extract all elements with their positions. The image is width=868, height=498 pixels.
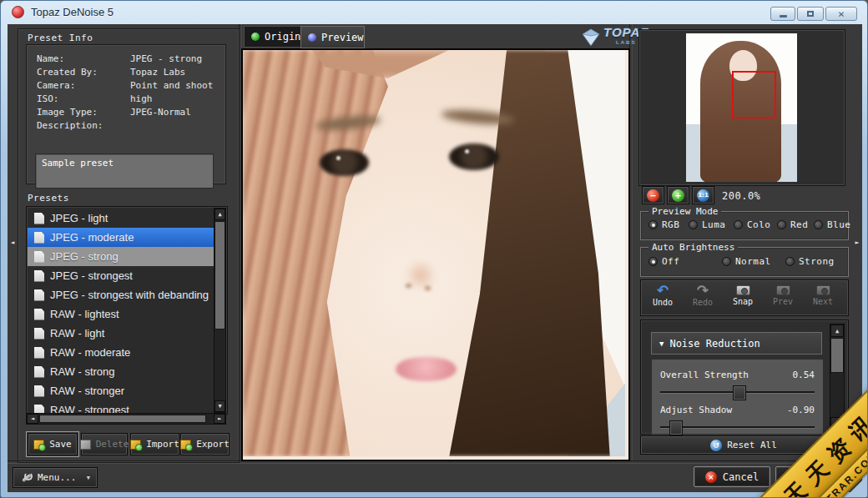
menu-button[interactable]: Menu... ▼ xyxy=(13,467,98,488)
scroll-up-button[interactable]: ▲ xyxy=(830,324,844,337)
minimize-button[interactable] xyxy=(770,7,795,21)
noise-reduction-header[interactable]: ▼ Noise Reduction xyxy=(651,332,822,355)
file-icon xyxy=(34,270,44,282)
slider-value-adjust-shadow: -0.90 xyxy=(787,405,815,415)
collapse-right-icon: ► xyxy=(855,239,860,246)
scroll-down-icon: ▼ xyxy=(218,403,221,410)
radio-dot xyxy=(814,220,823,229)
undo-button[interactable]: ↶ Undo xyxy=(643,283,683,307)
original-dot-icon xyxy=(251,33,260,41)
next-button[interactable]: Next xyxy=(803,283,843,306)
collapse-right-panel-arrow[interactable]: ► xyxy=(852,234,862,249)
save-button[interactable]: Save xyxy=(28,433,78,455)
nostril xyxy=(406,284,411,288)
export-button[interactable]: Export xyxy=(180,433,230,455)
preset-item-raw-lightest[interactable]: RAW - lightest xyxy=(28,304,214,324)
zoom-in-icon: + xyxy=(672,189,684,202)
radio-normal[interactable]: Normal xyxy=(722,256,771,267)
radio-dot xyxy=(648,220,658,229)
file-icon xyxy=(34,251,44,263)
radio-dot xyxy=(722,257,731,266)
delete-icon xyxy=(80,440,91,450)
import-button[interactable]: Import xyxy=(130,433,179,455)
scroll-down-button[interactable]: ▼ xyxy=(214,400,225,412)
file-icon xyxy=(34,347,44,359)
app-window: Topaz DeNoise 5 × Preset Info Name:JPEG … xyxy=(0,0,868,498)
radio-dot xyxy=(777,220,786,229)
minimize-icon xyxy=(780,15,787,18)
radio-red[interactable]: Red xyxy=(777,219,808,230)
preset-item-jpeg-strongest[interactable]: JPEG - strongest xyxy=(28,266,214,285)
redo-button[interactable]: ↷ Redo xyxy=(683,283,723,307)
delete-button[interactable]: Delete xyxy=(81,433,128,455)
auto-brightness-title: Auto Brightness xyxy=(648,242,738,253)
adjust-shadow-slider[interactable] xyxy=(660,426,815,429)
preset-item-raw-light[interactable]: RAW - light xyxy=(28,324,214,343)
vscroll-thumb[interactable] xyxy=(214,221,225,329)
tab-original[interactable]: Original xyxy=(244,26,301,48)
title-bar[interactable]: Topaz DeNoise 5 × xyxy=(1,1,867,24)
zoom-actual-button[interactable]: 1:1 xyxy=(692,186,714,204)
file-icon xyxy=(34,366,44,378)
radio-luma[interactable]: Luma xyxy=(689,219,726,230)
preset-item-jpeg-moderate[interactable]: JPEG - moderate xyxy=(28,228,214,247)
scroll-right-icon: ► xyxy=(218,415,221,422)
snap-button[interactable]: Snap xyxy=(723,283,763,306)
preset-list-hscrollbar[interactable]: ◄ ► xyxy=(26,413,226,425)
file-icon xyxy=(34,309,44,320)
scroll-left-button[interactable]: ◄ xyxy=(27,414,38,424)
presets-title: Presets xyxy=(28,193,69,204)
preset-item-jpeg-strongest-debanding[interactable]: JPEG - strongest with debanding xyxy=(28,285,214,304)
field-iso: ISO:high xyxy=(37,93,59,107)
preset-item-raw-moderate[interactable]: RAW - moderate xyxy=(28,343,214,362)
zoom-in-button[interactable]: + xyxy=(667,186,689,204)
menu-arrow-icon: ▼ xyxy=(87,475,90,481)
vscroll-thumb[interactable] xyxy=(830,338,844,373)
scroll-left-icon: ◄ xyxy=(31,415,34,422)
preset-list-vscrollbar[interactable]: ▲ ▼ xyxy=(214,208,226,413)
radio-color[interactable]: Colo xyxy=(734,219,771,230)
app-icon xyxy=(12,6,24,18)
file-icon xyxy=(34,232,44,244)
navigator-view-rect[interactable] xyxy=(732,71,776,118)
close-icon: × xyxy=(838,8,845,20)
scroll-up-icon: ▲ xyxy=(218,211,221,218)
prev-button[interactable]: Prev xyxy=(763,283,803,306)
file-icon xyxy=(34,328,44,340)
adjustments-scrollbar[interactable]: ▲ ▼ xyxy=(830,324,845,430)
field-image-type: Image Type:JPEG-Normal xyxy=(37,107,98,120)
close-button[interactable]: × xyxy=(825,7,857,21)
radio-rgb[interactable]: RGB xyxy=(648,219,679,230)
radio-strong[interactable]: Strong xyxy=(785,256,835,267)
overall-strength-slider[interactable] xyxy=(660,391,815,394)
radio-blue[interactable]: Blue xyxy=(814,219,851,230)
scroll-right-button[interactable]: ► xyxy=(214,414,225,424)
preset-item-jpeg-strong[interactable]: JPEG - strong xyxy=(28,247,214,266)
field-name: Name:JPEG - strong xyxy=(37,53,64,67)
maximize-button[interactable] xyxy=(797,7,824,21)
adjust-shadow-thumb[interactable] xyxy=(669,420,683,435)
lips xyxy=(396,357,457,381)
zoom-out-icon: − xyxy=(647,189,659,202)
window-title: Topaz DeNoise 5 xyxy=(31,6,114,18)
navigator-thumbnail[interactable] xyxy=(686,33,797,182)
scroll-up-button[interactable]: ▲ xyxy=(214,209,225,220)
tab-preview[interactable]: Preview xyxy=(300,26,365,48)
radio-dot xyxy=(648,257,658,266)
preview-image[interactable] xyxy=(241,48,630,461)
zoom-out-button[interactable]: − xyxy=(642,186,664,204)
undo-icon: ↶ xyxy=(643,283,683,298)
preview-mode-title: Preview Mode xyxy=(648,206,721,217)
save-icon xyxy=(33,440,44,450)
preset-item-raw-strong[interactable]: RAW - strong xyxy=(28,362,214,381)
export-icon xyxy=(180,440,191,450)
cancel-button[interactable]: × Cancel xyxy=(694,466,770,487)
preset-item-jpeg-light[interactable]: JPEG - light xyxy=(28,209,214,228)
collapse-left-panel-arrow[interactable]: ◄ xyxy=(8,234,18,249)
radio-dot xyxy=(689,220,698,229)
overall-strength-thumb[interactable] xyxy=(733,385,746,400)
hscroll-thumb[interactable] xyxy=(39,415,206,423)
radio-off[interactable]: Off xyxy=(648,256,679,267)
nostril xyxy=(425,286,431,290)
preset-item-raw-stronger[interactable]: RAW - stronger xyxy=(28,381,214,400)
